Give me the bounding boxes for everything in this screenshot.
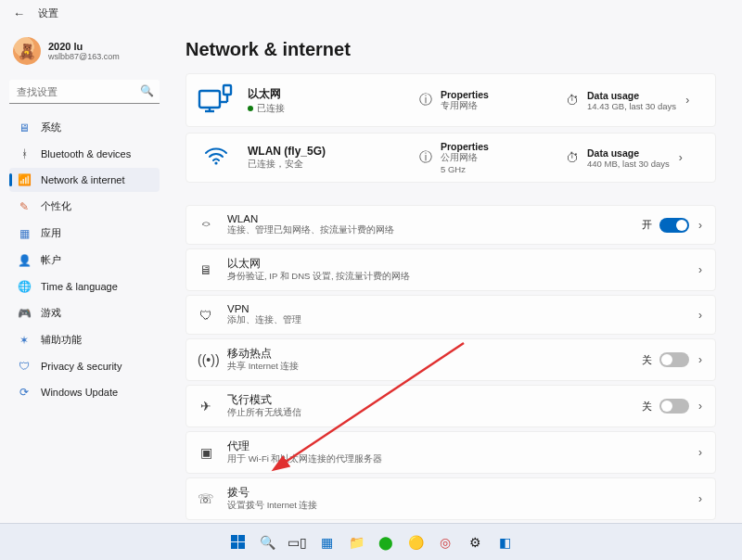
- ethernet-data-usage[interactable]: ⏱ Data usage14.43 GB, last 30 days ›: [565, 90, 704, 111]
- nav-icon: ✶: [17, 334, 32, 347]
- ethernet-small-icon: 🖥: [198, 262, 214, 277]
- row-wlan[interactable]: ⌔ WLAN连接、管理已知网络、按流量计费的网络 开›: [186, 205, 716, 245]
- dialup-icon: ☏: [198, 491, 214, 506]
- nav-item-9[interactable]: 🛡Privacy & security: [9, 354, 160, 378]
- chevron-right-icon: ›: [677, 151, 684, 164]
- nav-icon: 🛡: [17, 360, 32, 373]
- row-vpn[interactable]: 🛡 VPN添加、连接、管理 ›: [186, 295, 716, 335]
- row-hotspot[interactable]: ((•)) 移动热点共享 Internet 连接 关›: [186, 338, 716, 381]
- back-button[interactable]: ←: [13, 6, 25, 20]
- wechat-icon[interactable]: ⬤: [374, 530, 398, 554]
- proxy-icon: ▣: [198, 445, 214, 460]
- nav-label: 个性化: [41, 199, 71, 213]
- nav-label: 系统: [41, 121, 61, 134]
- airplane-toggle[interactable]: [659, 399, 689, 414]
- row-ethernet[interactable]: 🖥 以太网身份验证, IP 和 DNS 设置, 按流量计费的网络 ›: [186, 248, 716, 291]
- row-dialup[interactable]: ☏ 拨号设置拨号 Internet 连接 ›: [186, 477, 716, 520]
- nav-icon: ▦: [17, 227, 32, 240]
- ethernet-properties[interactable]: ⓘ Properties专用网络: [418, 89, 552, 112]
- nav-item-4[interactable]: ▦应用: [9, 221, 160, 246]
- search-icon: 🔍: [140, 84, 154, 97]
- page-title: Network & internet: [186, 39, 716, 60]
- nav-item-5[interactable]: 👤帐户: [9, 248, 160, 273]
- chevron-right-icon: ›: [697, 309, 704, 322]
- chevron-right-icon: ›: [697, 263, 704, 276]
- nav-label: Bluetooth & devices: [41, 148, 131, 159]
- wlan-status-card[interactable]: WLAN (fly_5G) 已连接，安全 ⓘ Properties公用网络5 G…: [186, 133, 716, 183]
- nav-item-7[interactable]: 🎮游戏: [9, 300, 160, 325]
- chrome-icon[interactable]: 🟡: [403, 530, 428, 554]
- nav-label: Privacy & security: [41, 361, 122, 372]
- row-airplane[interactable]: ✈ 飞行模式停止所有无线通信 关›: [186, 385, 716, 427]
- nav-item-1[interactable]: ᚼBluetooth & devices: [9, 142, 160, 166]
- wifi-icon: ⌔: [198, 218, 214, 233]
- nav-item-0[interactable]: 🖥系统: [9, 115, 160, 140]
- chevron-right-icon: ›: [697, 446, 704, 459]
- search-box[interactable]: 🔍: [9, 80, 160, 104]
- nav-label: 应用: [41, 226, 61, 240]
- nav-label: Network & internet: [41, 174, 124, 185]
- search-input[interactable]: [9, 80, 160, 104]
- main-content: Network & internet 以太网 已连接 ⓘ Properties专…: [167, 26, 742, 523]
- chevron-right-icon: ›: [697, 400, 704, 413]
- settings-taskbar-icon[interactable]: ⚙: [463, 530, 487, 554]
- chevron-right-icon: ›: [697, 219, 704, 232]
- nav-label: 辅助功能: [41, 333, 82, 347]
- nav-icon: 🌐: [17, 280, 32, 293]
- ethernet-icon: [198, 83, 235, 117]
- airplane-icon: ✈: [198, 399, 214, 414]
- nav-label: 游戏: [41, 306, 61, 320]
- ethernet-title: 以太网: [248, 86, 405, 102]
- wlan-title: WLAN (fly_5G): [248, 145, 405, 158]
- avatar: 🧸: [13, 37, 41, 65]
- nav-icon: ⟳: [17, 386, 32, 399]
- user-email: wslbb87@163.com: [48, 52, 120, 61]
- user-name: 2020 lu: [48, 41, 120, 52]
- taskbar-search-icon[interactable]: 🔍: [255, 530, 279, 554]
- hotspot-toggle[interactable]: [659, 352, 689, 367]
- wifi-icon: [198, 146, 235, 170]
- nav-item-8[interactable]: ✶辅助功能: [9, 327, 160, 352]
- nav-list: 🖥系统ᚼBluetooth & devices📶Network & intern…: [9, 115, 160, 404]
- row-proxy[interactable]: ▣ 代理用于 Wi-Fi 和以太网连接的代理服务器 ›: [186, 431, 716, 474]
- titlebar: ← 设置: [0, 0, 742, 26]
- hotspot-icon: ((•)): [198, 352, 214, 367]
- app-icon-2[interactable]: ◧: [493, 530, 517, 554]
- chevron-right-icon: ›: [697, 353, 704, 366]
- svg-rect-3: [224, 85, 231, 95]
- nav-icon: ✎: [17, 200, 32, 213]
- nav-label: Time & language: [41, 281, 118, 292]
- explorer-icon[interactable]: 📁: [344, 530, 368, 554]
- widgets-icon[interactable]: ▦: [314, 530, 339, 554]
- data-usage-icon: ⏱: [565, 93, 580, 108]
- window-title: 设置: [38, 6, 58, 20]
- sidebar: 🧸 2020 lu wslbb87@163.com 🔍 🖥系统ᚼBluetoot…: [0, 26, 167, 523]
- nav-item-3[interactable]: ✎个性化: [9, 194, 160, 219]
- start-button[interactable]: [225, 530, 249, 554]
- taskbar[interactable]: 🔍 ▭▯ ▦ 📁 ⬤ 🟡 ◎ ⚙ ◧: [0, 523, 742, 560]
- nav-item-2[interactable]: 📶Network & internet: [9, 168, 160, 192]
- nav-item-10[interactable]: ⟳Windows Update: [9, 380, 160, 404]
- info-icon: ⓘ: [418, 149, 433, 166]
- wlan-properties[interactable]: ⓘ Properties公用网络5 GHz: [418, 141, 552, 174]
- info-icon: ⓘ: [418, 92, 433, 108]
- wlan-data-usage[interactable]: ⏱ Data usage440 MB, last 30 days ›: [565, 147, 704, 169]
- task-view-icon[interactable]: ▭▯: [285, 530, 309, 554]
- nav-item-6[interactable]: 🌐Time & language: [9, 274, 160, 299]
- ethernet-status: 已连接: [257, 102, 285, 115]
- chevron-right-icon: ›: [684, 94, 691, 107]
- wlan-toggle[interactable]: [659, 218, 689, 233]
- chevron-right-icon: ›: [697, 492, 704, 505]
- nav-icon: ᚼ: [17, 147, 32, 160]
- nav-icon: 🖥: [17, 121, 32, 134]
- vpn-icon: 🛡: [198, 308, 214, 323]
- ethernet-status-card[interactable]: 以太网 已连接 ⓘ Properties专用网络 ⏱ Data usage14.…: [186, 73, 716, 127]
- app-icon-1[interactable]: ◎: [433, 530, 457, 554]
- nav-icon: 🎮: [17, 307, 32, 320]
- data-usage-icon: ⏱: [565, 150, 580, 165]
- nav-icon: 📶: [17, 173, 32, 186]
- user-block[interactable]: 🧸 2020 lu wslbb87@163.com: [9, 33, 160, 74]
- svg-rect-0: [199, 91, 220, 108]
- nav-label: 帐户: [41, 253, 61, 267]
- nav-label: Windows Update: [41, 387, 118, 398]
